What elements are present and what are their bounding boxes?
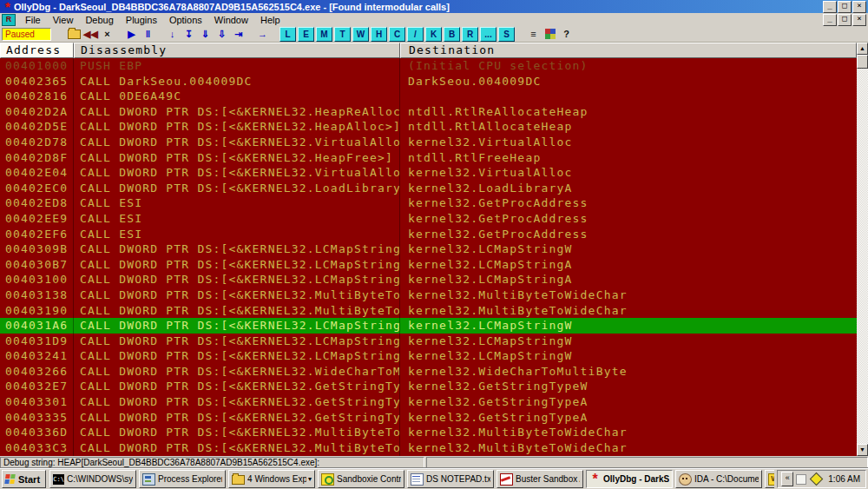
- table-row[interactable]: 00402E04CALL DWORD PTR DS:[<&KERNEL32.Vi…: [0, 165, 857, 181]
- taskbar-button-sandboxie[interactable]: Sandboxie Control: [318, 470, 404, 488]
- help-button[interactable]: ?: [558, 27, 575, 41]
- table-row[interactable]: 00403241CALL DWORD PTR DS:[<&KERNEL32.LC…: [0, 348, 857, 364]
- animate-into-icon: ⇓: [201, 29, 209, 40]
- column-header-address[interactable]: Address: [0, 43, 74, 58]
- taskbar: Start C:\C:\WINDOWS\sys...Process Explor…: [0, 468, 868, 489]
- taskbar-button-process-explorer[interactable]: Process Explorer -...: [139, 470, 226, 488]
- window-shortcut-button-C[interactable]: C: [389, 27, 405, 42]
- row-destination: kernel32.MultiByteToWideChar: [400, 287, 857, 303]
- table-row[interactable]: 00402D2ACALL DWORD PTR DS:[<&KERNEL32.He…: [0, 104, 857, 120]
- close-button[interactable]: ×: [852, 1, 866, 13]
- animate-over-button[interactable]: ⇩: [214, 27, 230, 41]
- open-file-button[interactable]: [66, 27, 82, 41]
- execute-till-return-button[interactable]: ⇥: [230, 27, 247, 41]
- table-row[interactable]: 00402EE9CALL ESIkernel32.GetProcAddress: [0, 211, 857, 227]
- taskbar-button-ollydbg[interactable]: *OllyDbg - DarkS...: [586, 470, 673, 488]
- window-shortcut-button-T[interactable]: T: [334, 27, 351, 42]
- tray-app-icon[interactable]: [796, 474, 806, 485]
- table-row[interactable]: 00402365CALL DarkSeou.004009DCDarkSeou.0…: [0, 74, 857, 89]
- row-disassembly: PUSH EBP: [74, 58, 400, 74]
- table-row[interactable]: 004032E7CALL DWORD PTR DS:[<&KERNEL32.Ge…: [0, 379, 857, 394]
- table-row[interactable]: 0040336DCALL DWORD PTR DS:[<&KERNEL32.Mu…: [0, 425, 857, 440]
- window-shortcut-button-L[interactable]: L: [279, 27, 296, 42]
- window-shortcut-button-W[interactable]: W: [352, 27, 369, 42]
- window-shortcut-button-S[interactable]: S: [498, 27, 515, 42]
- scroll-down-arrow-icon[interactable]: ▼: [857, 444, 868, 456]
- table-row[interactable]: 00402ED8CALL ESIkernel32.GetProcAddress: [0, 195, 857, 211]
- column-header-destination[interactable]: Destination: [400, 43, 857, 58]
- window-shortcut-button-B[interactable]: B: [444, 27, 460, 42]
- table-row[interactable]: 00402EC0CALL DWORD PTR DS:[<&KERNEL32.Lo…: [0, 181, 857, 196]
- table-row[interactable]: 004030B7CALL DWORD PTR DS:[<&KERNEL32.LC…: [0, 257, 857, 273]
- menu-item-plugins[interactable]: Plugins: [120, 14, 163, 26]
- taskbar-button-buster[interactable]: Buster Sandbox A...: [496, 470, 583, 488]
- run-button[interactable]: ▶: [123, 27, 140, 41]
- table-row[interactable]: 00403100CALL DWORD PTR DS:[<&KERNEL32.LC…: [0, 272, 857, 287]
- taskbar-button-cmd[interactable]: C:\C:\WINDOWS\sys...: [49, 470, 136, 488]
- table-row[interactable]: 00402EF6CALL ESIkernel32.GetProcAddress: [0, 227, 857, 242]
- table-row[interactable]: 00403335CALL DWORD PTR DS:[<&KERNEL32.Ge…: [0, 410, 857, 426]
- window-shortcut-button-slash[interactable]: /: [407, 27, 424, 42]
- table-row[interactable]: 00403301CALL DWORD PTR DS:[<&KERNEL32.Ge…: [0, 394, 857, 410]
- table-row[interactable]: 00402816CALL 0DE6A49C: [0, 89, 857, 104]
- tray-expand-chevron-icon[interactable]: «: [781, 472, 793, 486]
- animate-into-button[interactable]: ⇓: [197, 27, 214, 41]
- minimize-button[interactable]: _: [823, 1, 837, 13]
- close-program-button[interactable]: ×: [99, 27, 115, 41]
- tray-diamond-icon[interactable]: [810, 472, 824, 486]
- table-row[interactable]: 00403138CALL DWORD PTR DS:[<&KERNEL32.Mu…: [0, 287, 857, 303]
- menu-item-file[interactable]: File: [19, 14, 47, 26]
- table-row[interactable]: 00402D5ECALL DWORD PTR DS:[<&KERNEL32.He…: [0, 119, 857, 135]
- table-row[interactable]: 00401000PUSH EBP(Initial CPU selection): [0, 58, 857, 74]
- window-shortcut-button-dots[interactable]: ...: [480, 27, 496, 42]
- go-to-button[interactable]: →: [254, 27, 271, 41]
- menu-item-options[interactable]: Options: [163, 14, 208, 26]
- table-row[interactable]: 00403190CALL DWORD PTR DS:[<&KERNEL32.Mu…: [0, 303, 857, 319]
- table-row[interactable]: 004031D9CALL DWORD PTR DS:[<&KERNEL32.LC…: [0, 334, 857, 349]
- step-over-button[interactable]: ↧: [181, 27, 197, 41]
- row-disassembly: CALL DWORD PTR DS:[<&KERNEL32.LoadLibrar…: [74, 181, 400, 196]
- restore-button[interactable]: □: [838, 1, 852, 13]
- start-button[interactable]: Start: [2, 470, 46, 488]
- scrollbar-thumb[interactable]: [857, 55, 868, 69]
- menu-item-debug[interactable]: Debug: [79, 14, 119, 26]
- menu-item-view[interactable]: View: [47, 14, 80, 26]
- table-row[interactable]: 0040309BCALL DWORD PTR DS:[<&KERNEL32.LC…: [0, 241, 857, 257]
- restart-icon: ◀◀: [83, 29, 98, 40]
- taskbar-button-ida[interactable]: IDA - C:\Documen...: [675, 470, 762, 488]
- scroll-up-arrow-icon[interactable]: ▲: [857, 43, 868, 55]
- table-row[interactable]: 00403266CALL DWORD PTR DS:[<&KERNEL32.Wi…: [0, 364, 857, 380]
- vertical-scrollbar[interactable]: ▲ ▼: [857, 43, 868, 456]
- window-shortcut-button-H[interactable]: H: [371, 27, 387, 42]
- menu-item-window[interactable]: Window: [208, 14, 254, 26]
- breakpoint-list-button[interactable]: ≡: [525, 27, 542, 41]
- window-shortcut-button-K[interactable]: K: [425, 27, 442, 42]
- taskbar-button-notepad[interactable]: DS NOTEPAD.txt -...: [407, 470, 494, 488]
- column-header-disassembly[interactable]: Disassembly: [74, 43, 400, 58]
- menu-item-help[interactable]: Help: [254, 14, 286, 26]
- row-destination: kernel32.VirtualAlloc: [400, 135, 857, 150]
- window-shortcut-button-R[interactable]: R: [462, 27, 478, 42]
- table-row[interactable]: 00402D8FCALL DWORD PTR DS:[<&KERNEL32.He…: [0, 150, 857, 166]
- window-shortcut-button-M[interactable]: M: [316, 27, 332, 42]
- taskbar-button-function-address[interactable]: WFUNCTION ADDRE...: [765, 470, 774, 488]
- table-row[interactable]: 004033D6CALL DWORD PTR DS:[<&KERNEL32.Ge…: [0, 455, 857, 456]
- windows-button[interactable]: [542, 27, 558, 41]
- table-row[interactable]: 004031A6CALL DWORD PTR DS:[<&KERNEL32.LC…: [0, 318, 857, 334]
- mdi-close-button[interactable]: ×: [852, 14, 866, 26]
- row-destination: kernel32.GetProcAddress: [400, 195, 857, 211]
- restart-button[interactable]: ◀◀: [82, 27, 99, 41]
- table-row[interactable]: 004033C3CALL DWORD PTR DS:[<&KERNEL32.Mu…: [0, 440, 857, 456]
- step-over-icon: ↧: [185, 29, 193, 40]
- taskbar-button-explorer-group[interactable]: 4 Windows Explo...▾: [228, 470, 315, 488]
- row-disassembly: CALL DWORD PTR DS:[<&KERNEL32.LCMapStrin…: [74, 257, 400, 273]
- step-into-button[interactable]: ↓: [164, 27, 181, 41]
- pause-button[interactable]: ‖: [140, 27, 156, 41]
- window-shortcut-button-E[interactable]: E: [298, 27, 314, 42]
- debug-string-message: Debug string: HEAP[DarkSeoul_DB4BBDC36A7…: [0, 457, 424, 469]
- mdi-restore-button[interactable]: □: [838, 14, 852, 26]
- table-row[interactable]: 00402D78CALL DWORD PTR DS:[<&KERNEL32.Vi…: [0, 135, 857, 150]
- mdi-minimize-button[interactable]: _: [823, 14, 837, 26]
- row-destination: kernel32.LCMapStringA: [400, 257, 857, 273]
- row-disassembly: CALL DWORD PTR DS:[<&KERNEL32.WideCharTo…: [74, 364, 400, 380]
